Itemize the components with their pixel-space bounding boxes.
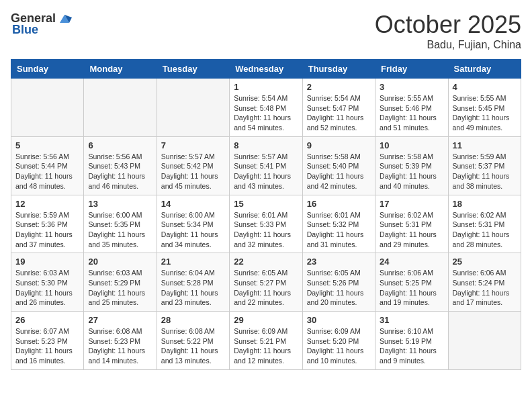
day-number: 13 [88,199,152,209]
day-cell: 30Sunrise: 6:09 AMSunset: 5:20 PMDayligh… [302,312,375,370]
day-info: Sunrise: 6:03 AMSunset: 5:30 PMDaylight:… [15,268,79,308]
day-number: 15 [234,199,298,209]
day-number: 12 [15,199,79,209]
day-info: Sunrise: 5:59 AMSunset: 5:36 PMDaylight:… [15,210,79,250]
week-row-4: 19Sunrise: 6:03 AMSunset: 5:30 PMDayligh… [11,253,521,312]
day-info: Sunrise: 6:02 AMSunset: 5:31 PMDaylight:… [453,210,517,250]
day-cell: 18Sunrise: 6:02 AMSunset: 5:31 PMDayligh… [448,195,521,253]
weekday-header-monday: Monday [84,60,157,79]
logo-blue-text: Blue [11,23,38,37]
weekday-header-sunday: Sunday [11,60,84,79]
day-info: Sunrise: 5:54 AMSunset: 5:47 PMDaylight:… [307,93,371,133]
day-cell: 10Sunrise: 5:58 AMSunset: 5:39 PMDayligh… [375,136,448,195]
day-number: 29 [234,315,298,325]
day-number: 21 [161,257,225,267]
week-row-1: 1Sunrise: 5:54 AMSunset: 5:48 PMDaylight… [11,79,521,137]
day-cell: 29Sunrise: 6:09 AMSunset: 5:21 PMDayligh… [230,312,302,370]
day-cell: 12Sunrise: 5:59 AMSunset: 5:36 PMDayligh… [11,195,84,253]
day-info: Sunrise: 6:05 AMSunset: 5:27 PMDaylight:… [234,268,298,308]
day-cell [157,79,229,137]
day-number: 26 [15,315,79,325]
day-number: 28 [161,315,225,325]
day-info: Sunrise: 5:56 AMSunset: 5:44 PMDaylight:… [15,152,79,191]
day-number: 14 [161,199,225,209]
day-info: Sunrise: 6:00 AMSunset: 5:34 PMDaylight:… [161,210,225,250]
day-number: 8 [234,140,298,150]
calendar: SundayMondayTuesdayWednesdayThursdayFrid… [11,59,521,370]
day-cell: 2Sunrise: 5:54 AMSunset: 5:47 PMDaylight… [302,79,375,137]
day-number: 17 [380,199,443,209]
month-title: October 2025 [375,11,521,39]
day-info: Sunrise: 6:02 AMSunset: 5:31 PMDaylight:… [380,210,443,250]
day-cell: 6Sunrise: 5:56 AMSunset: 5:43 PMDaylight… [84,136,157,195]
day-number: 2 [307,82,371,92]
day-cell [448,312,521,370]
logo: General Blue [11,11,72,37]
day-cell [84,79,157,137]
day-cell: 22Sunrise: 6:05 AMSunset: 5:27 PMDayligh… [230,253,302,312]
day-info: Sunrise: 6:09 AMSunset: 5:21 PMDaylight:… [234,326,298,366]
day-cell: 24Sunrise: 6:06 AMSunset: 5:25 PMDayligh… [375,253,448,312]
day-cell [11,79,84,137]
day-cell: 11Sunrise: 5:59 AMSunset: 5:37 PMDayligh… [448,136,521,195]
day-number: 25 [453,257,517,267]
location-title: Badu, Fujian, China [375,39,521,51]
weekday-header-friday: Friday [375,60,448,79]
day-cell: 16Sunrise: 6:01 AMSunset: 5:32 PMDayligh… [302,195,375,253]
day-info: Sunrise: 6:01 AMSunset: 5:32 PMDaylight:… [307,210,371,250]
day-info: Sunrise: 6:08 AMSunset: 5:23 PMDaylight:… [88,326,152,366]
day-cell: 8Sunrise: 5:57 AMSunset: 5:41 PMDaylight… [230,136,302,195]
day-info: Sunrise: 5:54 AMSunset: 5:48 PMDaylight:… [234,93,298,133]
week-row-3: 12Sunrise: 5:59 AMSunset: 5:36 PMDayligh… [11,195,521,253]
day-number: 3 [380,82,443,92]
day-number: 23 [307,257,371,267]
day-info: Sunrise: 5:58 AMSunset: 5:40 PMDaylight:… [307,152,371,191]
day-cell: 15Sunrise: 6:01 AMSunset: 5:33 PMDayligh… [230,195,302,253]
day-info: Sunrise: 5:59 AMSunset: 5:37 PMDaylight:… [453,152,517,191]
weekday-header-thursday: Thursday [302,60,375,79]
day-number: 19 [15,257,79,267]
day-info: Sunrise: 5:57 AMSunset: 5:41 PMDaylight:… [234,152,298,191]
day-cell: 17Sunrise: 6:02 AMSunset: 5:31 PMDayligh… [375,195,448,253]
day-cell: 4Sunrise: 5:55 AMSunset: 5:45 PMDaylight… [448,79,521,137]
day-cell: 25Sunrise: 6:06 AMSunset: 5:24 PMDayligh… [448,253,521,312]
day-cell: 9Sunrise: 5:58 AMSunset: 5:40 PMDaylight… [302,136,375,195]
day-info: Sunrise: 5:55 AMSunset: 5:46 PMDaylight:… [380,93,443,133]
day-cell: 20Sunrise: 6:03 AMSunset: 5:29 PMDayligh… [84,253,157,312]
day-number: 27 [88,315,152,325]
day-cell: 31Sunrise: 6:10 AMSunset: 5:19 PMDayligh… [375,312,448,370]
day-info: Sunrise: 6:06 AMSunset: 5:25 PMDaylight:… [380,268,443,308]
day-info: Sunrise: 6:05 AMSunset: 5:26 PMDaylight:… [307,268,371,308]
day-cell: 1Sunrise: 5:54 AMSunset: 5:48 PMDaylight… [230,79,302,137]
day-info: Sunrise: 6:10 AMSunset: 5:19 PMDaylight:… [380,326,443,366]
week-row-5: 26Sunrise: 6:07 AMSunset: 5:23 PMDayligh… [11,312,521,370]
day-info: Sunrise: 5:57 AMSunset: 5:42 PMDaylight:… [161,152,225,191]
week-row-2: 5Sunrise: 5:56 AMSunset: 5:44 PMDaylight… [11,136,521,195]
day-info: Sunrise: 6:08 AMSunset: 5:22 PMDaylight:… [161,326,225,366]
day-cell: 7Sunrise: 5:57 AMSunset: 5:42 PMDaylight… [157,136,229,195]
day-cell: 14Sunrise: 6:00 AMSunset: 5:34 PMDayligh… [157,195,229,253]
day-number: 7 [161,140,225,150]
day-cell: 3Sunrise: 5:55 AMSunset: 5:46 PMDaylight… [375,79,448,137]
day-cell: 27Sunrise: 6:08 AMSunset: 5:23 PMDayligh… [84,312,157,370]
day-info: Sunrise: 6:01 AMSunset: 5:33 PMDaylight:… [234,210,298,250]
day-number: 22 [234,257,298,267]
day-info: Sunrise: 6:09 AMSunset: 5:20 PMDaylight:… [307,326,371,366]
day-number: 20 [88,257,152,267]
day-number: 10 [380,140,443,150]
logo-icon [57,11,72,26]
day-cell: 5Sunrise: 5:56 AMSunset: 5:44 PMDaylight… [11,136,84,195]
day-cell: 26Sunrise: 6:07 AMSunset: 5:23 PMDayligh… [11,312,84,370]
day-number: 6 [88,140,152,150]
weekday-header-wednesday: Wednesday [230,60,302,79]
day-info: Sunrise: 5:55 AMSunset: 5:45 PMDaylight:… [453,93,517,133]
day-info: Sunrise: 6:04 AMSunset: 5:28 PMDaylight:… [161,268,225,308]
day-info: Sunrise: 6:03 AMSunset: 5:29 PMDaylight:… [88,268,152,308]
day-number: 9 [307,140,371,150]
day-info: Sunrise: 5:58 AMSunset: 5:39 PMDaylight:… [380,152,443,191]
day-number: 18 [453,199,517,209]
day-cell: 21Sunrise: 6:04 AMSunset: 5:28 PMDayligh… [157,253,229,312]
day-number: 1 [234,82,298,92]
weekday-header-row: SundayMondayTuesdayWednesdayThursdayFrid… [11,60,521,79]
day-info: Sunrise: 6:00 AMSunset: 5:35 PMDaylight:… [88,210,152,250]
